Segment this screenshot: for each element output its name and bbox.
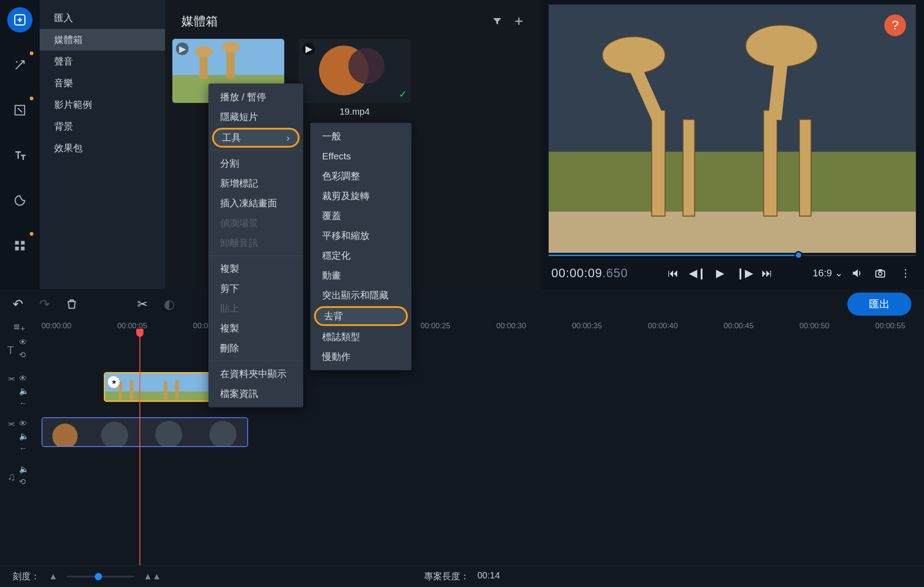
rail-sticker-icon[interactable]: [7, 188, 32, 213]
thumb-play-icon[interactable]: ▶: [176, 42, 189, 55]
preview-timecode: 00:00:09.650: [551, 266, 628, 280]
text-track-row: T 👁 ⟲: [42, 334, 924, 359]
filter-icon[interactable]: [492, 16, 503, 27]
media-clip-2[interactable]: ▶ ✓ 19.mp4: [299, 39, 411, 117]
rail-import-icon[interactable]: [7, 7, 32, 33]
ctx-paste: 貼上: [208, 298, 303, 318]
clip-favorite-icon[interactable]: ★: [108, 376, 120, 388]
redo-icon[interactable]: ↷: [39, 297, 50, 312]
track-link-icon[interactable]: ⫘: [7, 419, 15, 429]
svg-rect-4: [21, 241, 24, 245]
ctx-reveal[interactable]: 在資料夾中顯示: [208, 364, 303, 384]
sub-pan-zoom[interactable]: 平移和縮放: [310, 226, 411, 246]
snapshot-icon[interactable]: [874, 267, 890, 279]
track-lock-icon[interactable]: ←: [19, 444, 29, 453]
preview-stage[interactable]: [549, 5, 916, 253]
play-icon[interactable]: ▶: [712, 267, 728, 280]
go-end-icon[interactable]: ⏭: [759, 267, 775, 280]
sidebar-item-label: 匯入: [54, 12, 73, 24]
tool-rail: [0, 0, 40, 289]
sub-effects[interactable]: Effects: [310, 146, 411, 166]
timeline-tracks: T 👁 ⟲ ⫘ 👁 🔈 ← ★: [0, 334, 924, 565]
volume-icon[interactable]: [851, 267, 866, 279]
ctx-delete[interactable]: 刪除: [208, 338, 303, 358]
ctx-tools[interactable]: 工具›: [212, 128, 300, 148]
undo-icon[interactable]: ↶: [13, 297, 23, 312]
sub-color[interactable]: 色彩調整: [310, 166, 411, 186]
preview-more-icon[interactable]: ⋮: [898, 267, 913, 280]
preview-scrubber[interactable]: [549, 253, 916, 257]
help-button[interactable]: ?: [884, 14, 906, 36]
sub-crop[interactable]: 裁剪及旋轉: [310, 186, 411, 206]
track-mute-icon[interactable]: 🔈: [19, 386, 29, 396]
sidebar-item-label: 媒體箱: [54, 33, 83, 46]
ctx-hide-clip[interactable]: 隱藏短片: [208, 107, 303, 127]
ctx-duplicate[interactable]: 複製: [208, 259, 303, 279]
ctx-copy[interactable]: 複製: [208, 318, 303, 338]
go-start-icon[interactable]: ⏮: [665, 267, 681, 280]
sidebar-item-effects-pack[interactable]: 效果包: [40, 137, 165, 159]
sidebar-item-sound[interactable]: 聲音: [40, 51, 165, 72]
ctx-split[interactable]: 分割: [208, 154, 303, 173]
track-visibility-icon[interactable]: 👁: [19, 338, 27, 347]
export-button-label: 匯出: [869, 298, 890, 310]
sub-highlight[interactable]: 突出顯示和隱藏: [310, 285, 411, 305]
track-visibility-icon[interactable]: 👁: [19, 419, 29, 429]
sub-general[interactable]: 一般: [310, 126, 411, 146]
rail-text-icon[interactable]: [7, 143, 32, 168]
track-visibility-icon[interactable]: 👁: [19, 374, 29, 383]
sidebar-item-media-bin[interactable]: 媒體箱: [40, 29, 165, 51]
track-lock-icon[interactable]: ⟲: [19, 350, 27, 360]
sidebar-item-import[interactable]: 匯入: [40, 7, 165, 29]
track-mute-icon[interactable]: 🔈: [19, 464, 29, 474]
track-link-icon[interactable]: ⫘: [7, 374, 15, 383]
ruler-tick: 00:00:45: [724, 321, 753, 331]
rail-transition-icon[interactable]: [7, 98, 32, 123]
sidebar-item-samples[interactable]: 影片範例: [40, 94, 165, 116]
track-lock-icon[interactable]: ←: [19, 399, 29, 408]
ctx-detach-audio: 卸離音訊: [208, 233, 303, 253]
ruler-tick: 00:00:55: [875, 321, 905, 331]
sub-stabilize[interactable]: 穩定化: [310, 246, 411, 266]
ctx-file-info[interactable]: 檔案資訊: [208, 384, 303, 404]
zoom-out-icon[interactable]: ▲: [49, 571, 58, 582]
ctx-insert-freeze[interactable]: 插入凍結畫面: [208, 193, 303, 213]
cut-icon[interactable]: ✂: [137, 297, 148, 312]
thumb-play-icon[interactable]: ▶: [302, 42, 315, 55]
export-button[interactable]: 匯出: [847, 293, 911, 316]
zoom-slider[interactable]: [67, 576, 134, 578]
svg-rect-19: [549, 211, 916, 253]
ctx-add-marker[interactable]: 新增標記: [208, 173, 303, 193]
sub-slow-motion[interactable]: 慢動作: [310, 347, 411, 367]
step-forward-icon[interactable]: ❙▶: [736, 267, 751, 280]
sub-remove-bg[interactable]: 去背: [314, 306, 408, 326]
step-back-icon[interactable]: ◀❙: [689, 267, 704, 280]
add-track-icon[interactable]: ≡₊: [14, 321, 26, 333]
sidebar-item-background[interactable]: 背景: [40, 116, 165, 137]
project-length-value: 00:14: [477, 570, 500, 582]
timeline-clip-explosion[interactable]: [42, 417, 248, 447]
sidebar-item-music[interactable]: 音樂: [40, 72, 165, 94]
track-mute-icon[interactable]: 🔈: [19, 431, 29, 441]
add-media-icon[interactable]: [513, 16, 524, 27]
aspect-ratio-selector[interactable]: 16:9 ⌄: [813, 267, 843, 279]
sub-animation[interactable]: 動畫: [310, 266, 411, 285]
project-length-label: 專案長度：: [424, 570, 469, 582]
rail-magic-icon[interactable]: [7, 52, 32, 78]
sub-logo-type[interactable]: 標誌類型: [310, 327, 411, 347]
thumb-check-icon: ✓: [399, 89, 407, 100]
ctx-play-pause[interactable]: 播放 / 暫停: [208, 87, 303, 107]
chevron-right-icon: ›: [286, 132, 290, 143]
ruler-tick: 00:00:30: [496, 321, 526, 331]
sub-overlay[interactable]: 覆蓋: [310, 206, 411, 226]
playhead[interactable]: [139, 334, 140, 565]
svg-rect-3: [15, 241, 19, 245]
rail-more-icon[interactable]: [7, 233, 32, 258]
ruler-tick: 00:00:25: [420, 321, 450, 331]
zoom-in-icon[interactable]: ▲▲: [143, 571, 162, 582]
track-lock-icon[interactable]: ⟲: [19, 477, 29, 487]
delete-icon[interactable]: [66, 298, 78, 310]
tool-2-icon[interactable]: ◐: [164, 297, 175, 312]
ctx-cut[interactable]: 剪下: [208, 279, 303, 298]
svg-rect-21: [683, 120, 695, 216]
